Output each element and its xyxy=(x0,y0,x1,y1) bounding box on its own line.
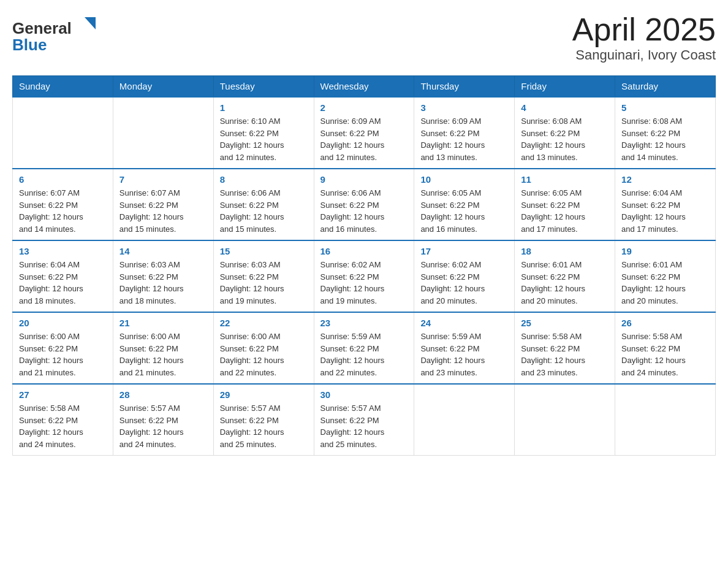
week-row-5: 27Sunrise: 5:58 AMSunset: 6:22 PMDayligh… xyxy=(13,384,716,456)
day-number: 19 xyxy=(621,246,709,256)
day-info: Sunrise: 6:09 AMSunset: 6:22 PMDaylight:… xyxy=(320,115,408,163)
calendar-cell xyxy=(13,97,113,169)
day-number: 1 xyxy=(220,102,308,113)
day-number: 12 xyxy=(621,174,709,185)
day-number: 24 xyxy=(420,318,508,328)
calendar-cell: 13Sunrise: 6:04 AMSunset: 6:22 PMDayligh… xyxy=(13,240,113,312)
day-info: Sunrise: 6:07 AMSunset: 6:22 PMDaylight:… xyxy=(119,187,207,235)
calendar-cell: 2Sunrise: 6:09 AMSunset: 6:22 PMDaylight… xyxy=(314,97,414,169)
day-info: Sunrise: 6:00 AMSunset: 6:22 PMDaylight:… xyxy=(119,331,207,378)
day-info: Sunrise: 6:08 AMSunset: 6:22 PMDaylight:… xyxy=(621,115,709,163)
day-number: 28 xyxy=(119,389,207,400)
calendar-header: Sunday Monday Tuesday Wednesday Thursday… xyxy=(13,76,716,98)
svg-text:Blue: Blue xyxy=(12,36,47,54)
day-info: Sunrise: 5:59 AMSunset: 6:22 PMDaylight:… xyxy=(320,331,408,378)
title-block: April 2025 Sanguinari, Ivory Coast xyxy=(572,12,716,63)
day-number: 7 xyxy=(119,174,207,185)
day-info: Sunrise: 6:01 AMSunset: 6:22 PMDaylight:… xyxy=(521,259,609,307)
calendar-cell: 8Sunrise: 6:06 AMSunset: 6:22 PMDaylight… xyxy=(213,169,314,240)
day-info: Sunrise: 6:08 AMSunset: 6:22 PMDaylight:… xyxy=(521,115,609,163)
day-number: 30 xyxy=(320,389,408,400)
day-info: Sunrise: 6:06 AMSunset: 6:22 PMDaylight:… xyxy=(220,187,308,235)
calendar-body: 1Sunrise: 6:10 AMSunset: 6:22 PMDaylight… xyxy=(13,97,716,456)
day-info: Sunrise: 5:57 AMSunset: 6:22 PMDaylight:… xyxy=(220,402,308,450)
calendar-cell: 6Sunrise: 6:07 AMSunset: 6:22 PMDaylight… xyxy=(13,169,113,240)
calendar-cell: 25Sunrise: 5:58 AMSunset: 6:22 PMDayligh… xyxy=(515,312,615,384)
header-saturday: Saturday xyxy=(615,76,716,98)
calendar-cell: 23Sunrise: 5:59 AMSunset: 6:22 PMDayligh… xyxy=(314,312,414,384)
calendar-cell: 21Sunrise: 6:00 AMSunset: 6:22 PMDayligh… xyxy=(113,312,213,384)
day-number: 16 xyxy=(320,246,408,256)
week-row-3: 13Sunrise: 6:04 AMSunset: 6:22 PMDayligh… xyxy=(13,240,716,312)
day-number: 10 xyxy=(420,174,508,185)
calendar-cell: 20Sunrise: 6:00 AMSunset: 6:22 PMDayligh… xyxy=(13,312,113,384)
header-tuesday: Tuesday xyxy=(213,76,314,98)
day-info: Sunrise: 5:59 AMSunset: 6:22 PMDaylight:… xyxy=(420,331,508,378)
header-sunday: Sunday xyxy=(13,76,113,98)
calendar-cell xyxy=(615,384,716,456)
week-row-2: 6Sunrise: 6:07 AMSunset: 6:22 PMDaylight… xyxy=(13,169,716,240)
day-info: Sunrise: 6:10 AMSunset: 6:22 PMDaylight:… xyxy=(220,115,308,163)
day-number: 23 xyxy=(320,318,408,328)
day-info: Sunrise: 6:09 AMSunset: 6:22 PMDaylight:… xyxy=(420,115,508,163)
day-number: 3 xyxy=(420,102,508,113)
calendar-cell: 29Sunrise: 5:57 AMSunset: 6:22 PMDayligh… xyxy=(213,384,314,456)
logo-svg: General Blue xyxy=(12,12,98,55)
header-thursday: Thursday xyxy=(414,76,515,98)
page-title: April 2025 xyxy=(572,12,716,47)
calendar-cell: 17Sunrise: 6:02 AMSunset: 6:22 PMDayligh… xyxy=(414,240,515,312)
day-number: 6 xyxy=(19,174,107,185)
calendar-cell: 9Sunrise: 6:06 AMSunset: 6:22 PMDaylight… xyxy=(314,169,414,240)
svg-marker-1 xyxy=(85,17,96,29)
day-number: 17 xyxy=(420,246,508,256)
calendar-cell: 14Sunrise: 6:03 AMSunset: 6:22 PMDayligh… xyxy=(113,240,213,312)
day-info: Sunrise: 6:04 AMSunset: 6:22 PMDaylight:… xyxy=(621,187,709,235)
day-info: Sunrise: 6:00 AMSunset: 6:22 PMDaylight:… xyxy=(19,331,107,378)
page-subtitle: Sanguinari, Ivory Coast xyxy=(572,47,716,63)
calendar-cell: 19Sunrise: 6:01 AMSunset: 6:22 PMDayligh… xyxy=(615,240,716,312)
day-number: 11 xyxy=(521,174,609,185)
day-info: Sunrise: 5:58 AMSunset: 6:22 PMDaylight:… xyxy=(19,402,107,450)
header-wednesday: Wednesday xyxy=(314,76,414,98)
logo: General Blue xyxy=(12,12,98,55)
svg-text:General: General xyxy=(12,19,72,37)
calendar-cell: 15Sunrise: 6:03 AMSunset: 6:22 PMDayligh… xyxy=(213,240,314,312)
calendar-cell: 26Sunrise: 5:58 AMSunset: 6:22 PMDayligh… xyxy=(615,312,716,384)
calendar-cell: 18Sunrise: 6:01 AMSunset: 6:22 PMDayligh… xyxy=(515,240,615,312)
day-number: 8 xyxy=(220,174,308,185)
day-number: 25 xyxy=(521,318,609,328)
day-info: Sunrise: 6:07 AMSunset: 6:22 PMDaylight:… xyxy=(19,187,107,235)
calendar-cell: 5Sunrise: 6:08 AMSunset: 6:22 PMDaylight… xyxy=(615,97,716,169)
header-row: Sunday Monday Tuesday Wednesday Thursday… xyxy=(13,76,716,98)
day-info: Sunrise: 6:03 AMSunset: 6:22 PMDaylight:… xyxy=(220,259,308,307)
day-number: 2 xyxy=(320,102,408,113)
week-row-1: 1Sunrise: 6:10 AMSunset: 6:22 PMDaylight… xyxy=(13,97,716,169)
day-info: Sunrise: 6:05 AMSunset: 6:22 PMDaylight:… xyxy=(521,187,609,235)
day-number: 14 xyxy=(119,246,207,256)
calendar-table: Sunday Monday Tuesday Wednesday Thursday… xyxy=(12,75,716,456)
day-number: 26 xyxy=(621,318,709,328)
calendar-cell: 27Sunrise: 5:58 AMSunset: 6:22 PMDayligh… xyxy=(13,384,113,456)
week-row-4: 20Sunrise: 6:00 AMSunset: 6:22 PMDayligh… xyxy=(13,312,716,384)
page-header: General Blue April 2025 Sanguinari, Ivor… xyxy=(12,12,716,63)
day-number: 27 xyxy=(19,389,107,400)
calendar-cell xyxy=(414,384,515,456)
day-number: 4 xyxy=(521,102,609,113)
calendar-cell xyxy=(113,97,213,169)
day-number: 22 xyxy=(220,318,308,328)
header-monday: Monday xyxy=(113,76,213,98)
day-info: Sunrise: 5:57 AMSunset: 6:22 PMDaylight:… xyxy=(320,402,408,450)
header-friday: Friday xyxy=(515,76,615,98)
calendar-cell: 11Sunrise: 6:05 AMSunset: 6:22 PMDayligh… xyxy=(515,169,615,240)
calendar-cell: 12Sunrise: 6:04 AMSunset: 6:22 PMDayligh… xyxy=(615,169,716,240)
day-info: Sunrise: 6:02 AMSunset: 6:22 PMDaylight:… xyxy=(320,259,408,307)
calendar-cell xyxy=(515,384,615,456)
day-number: 29 xyxy=(220,389,308,400)
day-info: Sunrise: 6:01 AMSunset: 6:22 PMDaylight:… xyxy=(621,259,709,307)
day-number: 21 xyxy=(119,318,207,328)
day-number: 9 xyxy=(320,174,408,185)
calendar-cell: 30Sunrise: 5:57 AMSunset: 6:22 PMDayligh… xyxy=(314,384,414,456)
day-number: 13 xyxy=(19,246,107,256)
calendar-cell: 10Sunrise: 6:05 AMSunset: 6:22 PMDayligh… xyxy=(414,169,515,240)
day-info: Sunrise: 6:00 AMSunset: 6:22 PMDaylight:… xyxy=(220,331,308,378)
